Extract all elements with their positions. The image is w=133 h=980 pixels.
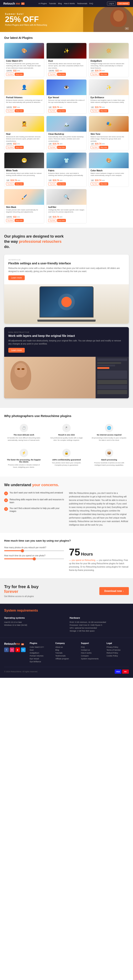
plugin-buy-11[interactable]: Buy now xyxy=(99,182,108,185)
plugin-compat-1: LR PS xyxy=(48,70,54,72)
concerns-title: We understand your concerns. xyxy=(4,483,129,487)
footer-col-3-item-3[interactable]: Cookie Policy xyxy=(107,655,129,657)
nav-faq[interactable]: FAQ xyxy=(89,3,93,5)
hours-slider1[interactable] xyxy=(4,550,64,551)
plugin-buy-5[interactable]: Buy now xyxy=(99,109,108,112)
plugin-try-2[interactable]: Try free xyxy=(91,73,99,76)
cta-download-button[interactable]: Download now ↓ xyxy=(99,587,129,595)
footer-col-2-item-4[interactable]: System requirements xyxy=(81,658,103,660)
plugin-name-12: Skin Mask xyxy=(6,206,42,208)
footer-col-0-item-2[interactable]: DodgeBurn xyxy=(30,652,52,654)
footer-col-1-item-3[interactable]: Testimonials xyxy=(55,655,77,657)
footer-col-3-item-2[interactable]: Refund Policy xyxy=(107,652,129,654)
footer-col-1-item-2[interactable]: Tutorials xyxy=(55,652,77,654)
plugin-old-price-5: $26 xyxy=(102,106,104,108)
nav-how[interactable]: How it Works xyxy=(64,3,75,5)
plugin-try-8[interactable]: Try free xyxy=(91,146,99,149)
plugin-buy-8[interactable]: Buy now xyxy=(99,146,108,149)
concern-text-0: You don't want your work to look retouch… xyxy=(10,492,63,494)
social-facebook[interactable]: f xyxy=(4,648,9,652)
plugin-desc-2: Intelligent dodge and burn tool for natu… xyxy=(91,63,127,68)
social-youtube[interactable]: ▶ xyxy=(15,648,20,652)
plugin-old-price-11: $26 xyxy=(102,180,104,181)
feature-card-2: NON-DESTRUCTIVE Work with layers and kee… xyxy=(4,327,129,398)
footer-col-1-item-4[interactable]: Affiliate program xyxy=(55,658,77,660)
footer-col-3-item-0[interactable]: Privacy Policy xyxy=(107,646,129,648)
feature1-btn[interactable]: Learn more xyxy=(8,275,25,280)
plugin-buy-7[interactable]: Buy now xyxy=(57,146,66,149)
plugin-try-3[interactable]: Try free xyxy=(6,109,14,112)
plugin-try-7[interactable]: Try free xyxy=(48,146,56,149)
plugin-try-0[interactable]: Try free xyxy=(6,73,14,76)
plugins-section: Our latest AI Plugins 🎨 Color Match GY+ … xyxy=(0,32,133,228)
footer-col-0-item-0[interactable]: Color Match GY+ xyxy=(30,646,52,648)
sysreq-grid: Operating systems macOS 10.13 or laterWi… xyxy=(4,617,129,633)
login-button[interactable]: Log in xyxy=(107,2,116,5)
plugin-buy-13[interactable]: Buy now xyxy=(57,219,66,222)
footer-col-2-item-1[interactable]: Contact us xyxy=(81,649,103,651)
why-card-title-2: No internet access required xyxy=(91,434,127,436)
plugin-info-3: Portrait Volumes Enhance facial volumes,… xyxy=(4,95,44,114)
plugin-try-11[interactable]: Try free xyxy=(91,182,99,185)
plugin-buy-2[interactable]: Buy now xyxy=(99,73,108,76)
plugin-try-13[interactable]: Try free xyxy=(48,219,56,222)
plugin-buy-0[interactable]: Buy now xyxy=(15,73,24,76)
plugin-try-10[interactable]: Try free xyxy=(48,182,56,185)
footer-col-0: Plugins Color Match GY+DustDodgeBurnPort… xyxy=(30,642,52,663)
plugin-old-price-6: $41 xyxy=(17,143,20,145)
plugin-info-9: White Teeth Automatically detect and whi… xyxy=(4,168,44,187)
nav-tutorials[interactable]: Tutorials xyxy=(49,3,56,5)
footer-col-0-item-5[interactable]: Eye Brilliance xyxy=(30,660,52,663)
plugin-footer-10: LR $19.74 $26 xyxy=(48,179,85,181)
why-card-4: 🔒 100% confidentiality guaranteed Your p… xyxy=(47,447,86,470)
plugin-try-12[interactable]: Try free xyxy=(6,219,14,222)
plugin-price-5: $19.74 xyxy=(95,106,101,108)
concerns-left: 1 You don't want your work to look retou… xyxy=(4,492,64,527)
social-twitter[interactable]: tw xyxy=(21,648,26,652)
plugin-try-6[interactable]: Try free xyxy=(6,146,14,149)
header-actions: Log in Get started xyxy=(107,2,130,5)
plugins-title: Our latest AI Plugins xyxy=(4,36,129,40)
why-icon-4: 🔒 xyxy=(62,449,71,457)
get-started-button[interactable]: Get started xyxy=(117,2,130,5)
plugin-try-1[interactable]: Try free xyxy=(48,73,56,76)
footer-col-3: Legal Privacy PolicyTerms of ServiceRefu… xyxy=(107,642,129,663)
nav-ai-plugins[interactable]: AI Plugins xyxy=(38,3,47,5)
plugin-buy-4[interactable]: Buy now xyxy=(57,109,66,112)
feature2-label: NON-DESTRUCTIVE xyxy=(8,331,125,333)
nav-blog[interactable]: Blog xyxy=(58,3,62,5)
plugin-buy-12[interactable]: Buy now xyxy=(15,219,24,222)
plugin-info-1: Dust Automatically detect and remove dus… xyxy=(46,59,86,77)
footer-col-0-item-1[interactable]: Dust xyxy=(30,649,52,651)
plugin-name-6: Heal xyxy=(6,133,42,135)
footer-col-title-2: Support xyxy=(81,642,103,644)
social-instagram[interactable]: in xyxy=(10,648,14,652)
footer-col-0-item-3[interactable]: Portrait Volumes xyxy=(30,655,52,657)
footer-col-1-item-0[interactable]: About us xyxy=(55,646,77,648)
plugin-img-2: 🔆 xyxy=(89,43,129,59)
plugin-try-4[interactable]: Try free xyxy=(48,109,56,112)
plugin-buy-3[interactable]: Buy now xyxy=(15,109,24,112)
plugin-name-8: Skin Tone xyxy=(91,133,127,135)
plugin-name-4: Eye Vessel xyxy=(48,96,85,99)
footer-col-1-item-1[interactable]: Blog xyxy=(55,649,77,651)
plugin-buy-10[interactable]: Buy now xyxy=(57,182,66,185)
footer-col-0-item-4[interactable]: Eye Vessel xyxy=(30,658,52,660)
footer-col-title-0: Plugins xyxy=(30,642,52,644)
why-icon-3: ⚡ xyxy=(20,449,28,457)
footer-col-3-item-1[interactable]: Terms of Service xyxy=(107,649,129,651)
footer-col-2-item-0[interactable]: FAQ xyxy=(81,646,103,648)
footer-col-2-item-3[interactable]: Compare xyxy=(81,655,103,657)
plugin-buy-6[interactable]: Buy now xyxy=(15,146,24,149)
plugin-try-5[interactable]: Try free xyxy=(91,109,99,112)
nav-testimonials[interactable]: Testimonials xyxy=(77,3,87,5)
plugin-price-11: $19.74 xyxy=(95,179,101,181)
plugin-info-5: Eye Brilliance Enhance and brighten eyes… xyxy=(89,95,129,114)
hours-slider2[interactable] xyxy=(4,558,64,559)
feature2-btn[interactable]: Learn more xyxy=(8,348,25,353)
plugin-buy-9[interactable]: Buy now xyxy=(15,182,24,185)
plugin-buy-1[interactable]: Buy now xyxy=(57,73,66,76)
why-card-0: ⏱️ The most delicate work AI handles the… xyxy=(4,422,43,443)
footer-col-2-item-2[interactable]: How it works xyxy=(81,652,103,654)
plugin-try-9[interactable]: Try free xyxy=(6,182,14,185)
